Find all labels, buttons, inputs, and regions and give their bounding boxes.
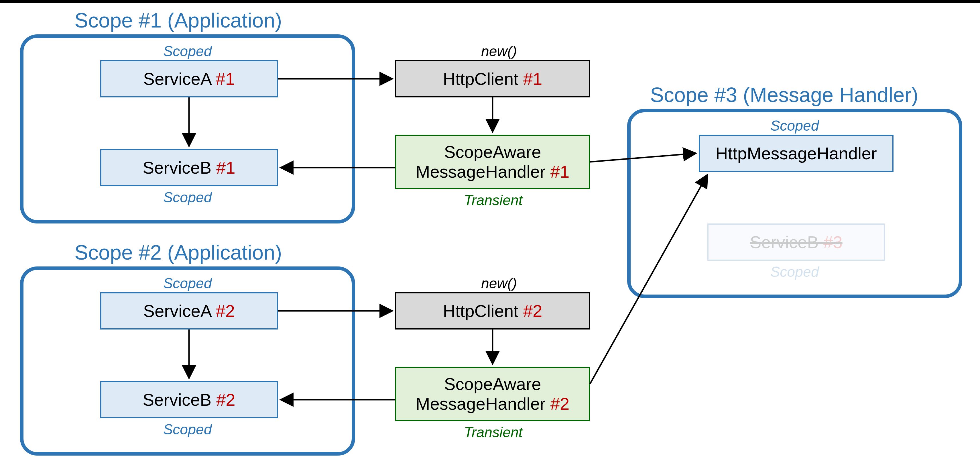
node-serviceA1: ServiceA #1: [100, 60, 278, 97]
node-httpmessagehandler: HttpMessageHandler: [699, 135, 894, 172]
diagram-canvas: Scope #1 (Application) Scoped ServiceA #…: [0, 0, 980, 457]
scope3-scoped-bottom: Scoped: [770, 264, 819, 280]
node-httpclient2: HttpClient #2: [395, 292, 590, 330]
new-label-2: new(): [481, 275, 517, 292]
scope1-scoped-top: Scoped: [163, 43, 212, 60]
node-serviceB2: ServiceB #2: [100, 381, 278, 418]
new-label-1: new(): [481, 43, 517, 60]
scope2-scoped-bottom: Scoped: [163, 421, 212, 438]
node-scopeaware2: ScopeAware MessageHandler #2: [395, 367, 590, 421]
node-serviceB1: ServiceB #1: [100, 149, 278, 186]
node-serviceA2: ServiceA #2: [100, 292, 278, 330]
node-serviceB3-faded: ServiceB #3: [707, 223, 885, 261]
scope1-scoped-bottom: Scoped: [163, 189, 212, 206]
scope2-scoped-top: Scoped: [163, 275, 212, 292]
scope1-title: Scope #1 (Application): [75, 9, 282, 32]
scope2-title: Scope #2 (Application): [75, 241, 282, 264]
scope3-scoped-top: Scoped: [770, 118, 819, 134]
node-httpclient1: HttpClient #1: [395, 60, 590, 97]
transient-label-2: Transient: [464, 424, 523, 441]
transient-label-1: Transient: [464, 192, 523, 209]
node-scopeaware1: ScopeAware MessageHandler #1: [395, 135, 590, 189]
scope3-title: Scope #3 (Message Handler): [650, 83, 918, 107]
